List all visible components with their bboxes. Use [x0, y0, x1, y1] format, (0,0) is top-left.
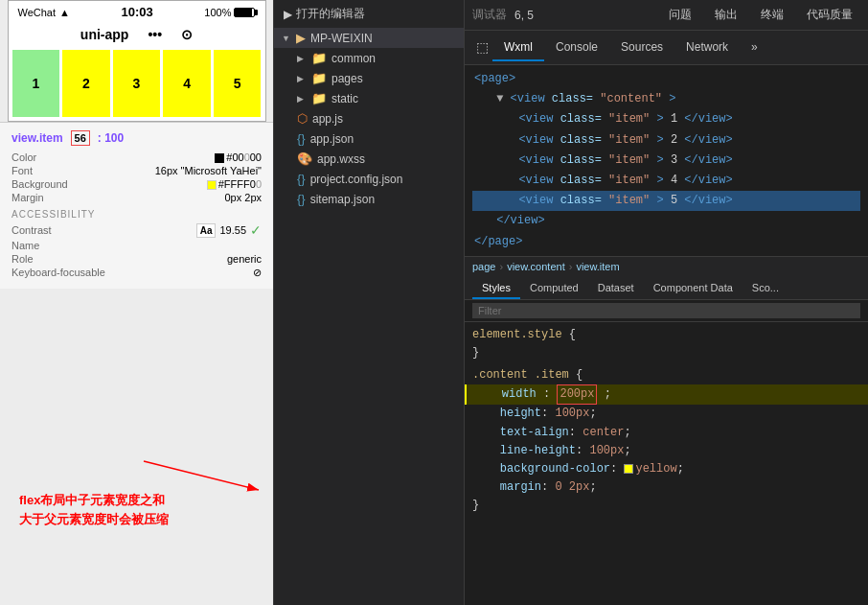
tab-console[interactable]: Console — [544, 35, 609, 61]
font-value: 16px "Microsoft YaHei" — [155, 165, 262, 176]
styles-tab-sco[interactable]: Sco... — [742, 278, 788, 299]
file-item-appjs[interactable]: ⬡ app.js — [289, 108, 464, 128]
keyboard-label: Keyboard-focusable — [11, 267, 105, 279]
common-folder-icon: 📁 — [311, 51, 327, 65]
dom-line-item4: <view class= "item" > 4 </view> — [472, 171, 860, 191]
devtools-panel: 调试器 6, 5 问题 输出 终端 代码质量 ⬚ Wxml Console So… — [465, 0, 868, 605]
explorer-header: ▶ 打开的编辑器 — [274, 0, 464, 28]
folder-item-static[interactable]: ▶ 📁 static — [289, 88, 464, 108]
tab-wxml[interactable]: Wxml — [492, 35, 544, 61]
contrast-row: Contrast Aa 19.55 ✓ — [11, 222, 262, 238]
debugger-label: 调试器 — [472, 7, 507, 23]
wechat-label: WeChat — [18, 7, 57, 18]
folder-item-pages[interactable]: ▶ 📁 pages — [289, 68, 464, 88]
tab-terminal[interactable]: 终端 — [753, 3, 791, 27]
font-label: Font — [11, 165, 33, 176]
js-file-icon: ⬡ — [297, 111, 308, 126]
dom-line-close-page: </page> — [472, 232, 860, 252]
dom-line-close-view: </view> — [472, 211, 860, 231]
annotation-line1: flex布局中子元素宽度之和 — [19, 491, 169, 510]
file-item-appwxss[interactable]: 🎨 app.wxss — [289, 149, 464, 169]
keyboard-row: Keyboard-focusable ⊘ — [11, 267, 262, 279]
annotation-text: flex布局中子元素宽度之和 大于父元素宽度时会被压缩 — [19, 491, 169, 528]
status-right: 100% — [204, 7, 255, 18]
dom-line-item5[interactable]: <view class= "item" > 5 </view> — [472, 191, 860, 211]
status-time: 10:03 — [122, 5, 153, 19]
rule-element-style: element.style { } — [472, 326, 860, 362]
dom-line-page: <page> — [472, 69, 860, 89]
filter-input[interactable] — [472, 303, 860, 318]
static-arrow-icon: ▶ — [297, 94, 307, 104]
contrast-number: 19.55 — [219, 224, 246, 236]
tab-more[interactable]: » — [740, 35, 769, 61]
folder-common[interactable]: ▶ 📁 common ▶ 📁 pages ▶ 📁 static ⬡ app.js… — [274, 48, 464, 209]
styles-tab-computed[interactable]: Computed — [520, 278, 588, 299]
phone-status-bar: WeChat ▲ 10:03 100% — [9, 1, 265, 23]
styles-tab-styles[interactable]: Styles — [472, 278, 520, 299]
tab-codequality[interactable]: 代码质量 — [799, 3, 860, 27]
sitemap-label: sitemap.json — [310, 193, 375, 206]
appwxss-label: app.wxss — [317, 152, 365, 166]
accessibility-header: ACCESSIBILITY — [11, 209, 262, 220]
folder-item-common[interactable]: ▶ 📁 common — [289, 48, 464, 68]
inspector-element-name: view.item — [11, 131, 63, 145]
status-left: WeChat ▲ — [18, 7, 70, 18]
projectconfig-file-icon: {} — [297, 172, 306, 186]
filter-bar — [465, 300, 868, 322]
styles-tab-dataset[interactable]: Dataset — [588, 278, 644, 299]
breadcrumb-page[interactable]: page — [472, 261, 495, 272]
bg-row: Background #FFFF00 — [11, 178, 262, 190]
color-swatch-black — [215, 153, 224, 163]
json-file-icon: {} — [297, 131, 306, 146]
phone-item-3: 3 — [113, 50, 161, 117]
margin-row: Margin 0px 2px — [11, 192, 262, 203]
dom-line-item3: <view class= "item" > 3 </view> — [472, 151, 860, 171]
more-dots[interactable]: ••• — [148, 27, 162, 42]
app-name: uni-app — [80, 27, 129, 42]
annotation-line2: 大于父元素宽度时会被压缩 — [19, 510, 169, 529]
name-label: Name — [11, 240, 39, 251]
debug-numbers: 6, 5 — [514, 9, 534, 22]
rule-content-item: .content .item { width : 200px ; height:… — [472, 366, 860, 516]
color-value: #00000 — [215, 151, 262, 163]
contrast-label: Contrast — [11, 224, 52, 236]
margin-label: Margin — [11, 192, 44, 203]
static-label: static — [331, 92, 358, 105]
root-folder[interactable]: ▼ ▶ MP-WEIXIN — [274, 28, 464, 48]
pages-folder-icon: 📁 — [311, 71, 327, 85]
color-row: Color #00000 — [11, 151, 262, 163]
inspect-icon[interactable]: ⬚ — [472, 34, 492, 62]
tab-output[interactable]: 输出 — [707, 3, 745, 27]
phone-item-5: 5 — [214, 50, 262, 117]
yellow-color-swatch — [207, 180, 217, 190]
dom-tree: <page> ▼ <view class= "content" > <view … — [465, 65, 868, 256]
file-explorer: ▶ 打开的编辑器 ▼ ▶ MP-WEIXIN ▶ 📁 common ▶ 📁 pa… — [273, 0, 465, 605]
breadcrumb-bar: page › view.content › view.item — [465, 256, 868, 276]
common-label: common — [331, 52, 376, 65]
common-arrow-icon: ▶ — [297, 54, 307, 63]
phone-wrapper: WeChat ▲ 10:03 100% uni-app ••• ⊙ 1 2 3 … — [8, 0, 266, 122]
collapse-arrow-icon: ▶ — [284, 8, 292, 21]
contrast-value: Aa 19.55 ✓ — [196, 222, 262, 238]
tab-sources[interactable]: Sources — [609, 35, 674, 61]
static-folder-icon: 📁 — [311, 91, 327, 105]
css-rules: element.style { } .content .item { width… — [465, 322, 868, 605]
devtools-main-tabs: ⬚ Wxml Console Sources Network » — [465, 31, 868, 65]
role-label: Role — [11, 253, 34, 265]
file-item-appjson[interactable]: {} app.json — [289, 128, 464, 149]
tab-network[interactable]: Network — [674, 35, 740, 61]
appjson-label: app.json — [310, 132, 354, 146]
inspector-title: view.item 56 : 100 — [11, 130, 262, 146]
folder-open-icon: ▶ — [296, 31, 306, 45]
file-item-sitemap[interactable]: {} sitemap.json — [289, 189, 464, 209]
breadcrumb-view-item[interactable]: view.item — [576, 261, 619, 272]
inspector-panel: view.item 56 : 100 Color #00000 Font 16p… — [0, 122, 273, 289]
aa-badge: Aa — [196, 223, 217, 238]
highlighted-width-line: width : 200px ; — [465, 384, 868, 405]
tab-issues[interactable]: 问题 — [661, 3, 699, 27]
sitemap-file-icon: {} — [297, 192, 306, 206]
styles-tab-component-data[interactable]: Component Data — [644, 278, 742, 299]
font-row: Font 16px "Microsoft YaHei" — [11, 165, 262, 176]
breadcrumb-view-content[interactable]: view.content — [507, 261, 565, 272]
file-item-projectconfig[interactable]: {} project.config.json — [289, 169, 464, 189]
